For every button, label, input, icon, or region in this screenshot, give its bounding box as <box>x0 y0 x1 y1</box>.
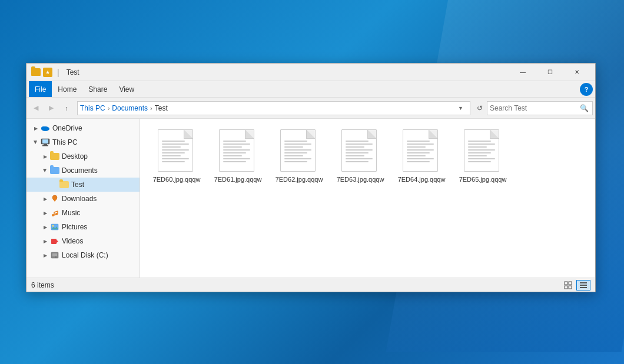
file-name-5: 7ED65.jpg.qqqw <box>459 175 507 183</box>
file-name-2: 7ED62.jpg.qqqw <box>276 175 323 183</box>
list-item[interactable]: 7ED64.jpg.qqqw <box>392 126 451 187</box>
search-input[interactable] <box>490 104 578 112</box>
file-name-3: 7ED63.jpg.qqqw <box>337 175 384 183</box>
view-buttons <box>561 280 590 290</box>
detail-view-button[interactable] <box>576 280 590 290</box>
breadcrumb-current[interactable]: Test <box>155 104 168 112</box>
svg-point-1 <box>41 126 46 130</box>
sidebar-label-this-pc: This PC <box>52 138 78 146</box>
file-icon-0 <box>158 129 195 173</box>
file-name-0: 7ED60.jpg.qqqw <box>153 175 201 183</box>
file-name-1: 7ED61.jpg.qqqw <box>214 175 262 183</box>
search-bar[interactable]: 🔍 <box>487 101 593 115</box>
list-item[interactable]: 7ED65.jpg.qqqw <box>453 126 512 187</box>
videos-icon <box>50 236 59 246</box>
list-item[interactable]: 7ED60.jpg.qqqw <box>147 126 206 187</box>
file-icon-4 <box>403 129 440 173</box>
menu-view[interactable]: View <box>113 81 140 97</box>
back-button[interactable]: ◀ <box>29 101 43 115</box>
svg-rect-28 <box>580 287 587 288</box>
sidebar-item-local-disk[interactable]: ▶ Local Disk (C:) <box>26 248 140 262</box>
file-icon-3 <box>341 129 379 173</box>
address-dropdown-arrow[interactable]: ▼ <box>458 105 467 111</box>
disk-icon <box>50 251 59 260</box>
sidebar-label-onedrive: OneDrive <box>52 124 82 132</box>
expand-arrow-music: ▶ <box>41 208 50 218</box>
refresh-button[interactable]: ↺ <box>474 102 486 114</box>
menu-home[interactable]: Home <box>52 81 82 97</box>
sidebar-item-onedrive[interactable]: ▶ OneDrive <box>26 121 140 135</box>
svg-rect-4 <box>44 144 47 145</box>
svg-marker-7 <box>53 199 57 202</box>
list-item[interactable]: 7ED63.jpg.qqqw <box>331 126 390 187</box>
sidebar-label-test: Test <box>71 181 84 189</box>
svg-point-6 <box>52 195 57 200</box>
onedrive-icon <box>41 123 50 133</box>
close-button[interactable]: ✕ <box>563 64 590 81</box>
expand-arrow-desktop: ▶ <box>41 152 50 161</box>
downloads-icon <box>50 194 59 203</box>
svg-line-10 <box>54 214 58 215</box>
toolbar: ◀ ▶ ↑ This PC › Documents › Test ▼ ↺ 🔍 <box>26 98 595 119</box>
desktop-folder-icon <box>50 152 59 161</box>
svg-rect-25 <box>569 286 572 289</box>
sidebar-label-videos: Videos <box>62 237 83 245</box>
breadcrumb-documents[interactable]: Documents <box>112 104 148 112</box>
title-separator: | <box>57 68 59 77</box>
test-folder-icon <box>59 180 69 189</box>
forward-button[interactable]: ▶ <box>44 101 58 115</box>
sidebar-item-documents[interactable]: ▶ Documents <box>26 163 140 178</box>
sidebar-item-pictures[interactable]: ▶ Pictures <box>26 220 140 234</box>
menu-file[interactable]: File <box>29 81 52 97</box>
file-icon-1 <box>219 129 257 173</box>
menu-share[interactable]: Share <box>82 81 113 97</box>
sidebar-label-pictures: Pictures <box>62 223 87 231</box>
sidebar-item-videos[interactable]: ▶ Videos <box>26 234 140 248</box>
file-icon-5 <box>464 129 502 173</box>
sidebar-item-desktop[interactable]: ▶ Desktop <box>26 149 140 163</box>
sidebar-item-music[interactable]: ▶ Music <box>26 206 140 220</box>
expand-arrow-pictures: ▶ <box>41 222 50 232</box>
maximize-button[interactable]: ☐ <box>536 64 563 81</box>
list-item[interactable]: 7ED61.jpg.qqqw <box>208 126 267 187</box>
grid-view-button[interactable] <box>561 280 575 290</box>
minimize-button[interactable]: — <box>509 64 536 81</box>
sidebar-label-desktop: Desktop <box>62 152 88 161</box>
sidebar-label-music: Music <box>62 209 80 217</box>
sidebar-item-this-pc[interactable]: ▶ This PC <box>26 135 140 149</box>
breadcrumb-this-pc[interactable]: This PC <box>80 104 105 112</box>
search-button[interactable]: 🔍 <box>578 102 590 114</box>
files-grid: 7ED60.jpg.qqqw <box>145 123 590 189</box>
expand-arrow-downloads: ▶ <box>41 194 50 203</box>
music-icon <box>50 208 59 218</box>
svg-point-15 <box>52 225 54 227</box>
title-bar-icons: ★ | <box>31 68 62 77</box>
sidebar-item-downloads[interactable]: ▶ Downloads <box>26 192 140 206</box>
list-item[interactable]: 7ED62.jpg.qqqw <box>270 126 328 187</box>
svg-rect-5 <box>42 145 48 146</box>
item-count: 6 items <box>31 281 54 289</box>
svg-rect-3 <box>42 139 48 143</box>
status-bar: 6 items <box>26 278 595 292</box>
up-button[interactable]: ↑ <box>59 101 74 115</box>
sidebar-item-test[interactable]: ▶ Test <box>26 178 140 192</box>
help-button[interactable]: ? <box>580 83 593 96</box>
svg-rect-17 <box>51 239 57 244</box>
svg-rect-23 <box>569 282 572 285</box>
folder-icon-title <box>31 68 41 77</box>
documents-folder-icon <box>50 166 59 175</box>
svg-rect-24 <box>565 286 567 289</box>
quick-access-button[interactable]: ★ <box>43 68 52 77</box>
expand-arrow-documents: ▶ <box>41 166 50 175</box>
svg-marker-18 <box>57 240 58 243</box>
expand-arrow-videos: ▶ <box>41 236 50 246</box>
expand-arrow-this-pc: ▶ <box>31 138 41 147</box>
sidebar-label-downloads: Downloads <box>62 195 97 203</box>
address-bar[interactable]: This PC › Documents › Test ▼ <box>77 101 470 115</box>
svg-rect-27 <box>580 285 587 286</box>
breadcrumb-sep-2: › <box>150 105 152 112</box>
expand-arrow-onedrive: ▶ <box>31 123 41 133</box>
breadcrumb-sep-1: › <box>108 105 110 112</box>
main-content: ▶ OneDrive ▶ <box>26 119 595 278</box>
menu-bar: File Home Share View ? <box>26 81 595 98</box>
